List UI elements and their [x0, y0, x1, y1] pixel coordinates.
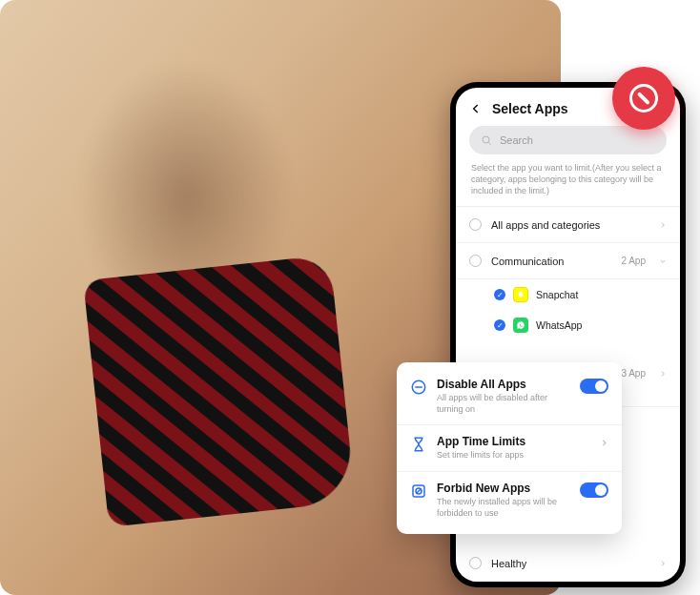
- search-placeholder: Search: [500, 134, 533, 146]
- radio-icon[interactable]: [469, 557, 482, 569]
- card-sub: All apps will be disabled after turning …: [437, 393, 570, 415]
- disable-icon: [410, 379, 427, 396]
- app-row-snapchat[interactable]: ✓ Snapchat: [456, 279, 680, 310]
- whatsapp-icon: [513, 318, 528, 333]
- card-sub: Set time limits for apps: [437, 450, 590, 462]
- chevron-right-icon: [600, 439, 608, 447]
- forbid-icon: [410, 482, 427, 500]
- app-name: WhatsApp: [536, 319, 582, 331]
- chevron-right-icon: [659, 560, 667, 567]
- category-row-healthy[interactable]: Healthy: [456, 545, 680, 582]
- category-label: All apps and categories: [491, 219, 649, 231]
- card-title: Disable All Apps: [437, 378, 570, 391]
- radio-icon[interactable]: [469, 218, 482, 231]
- card-title: Forbid New Apps: [437, 482, 570, 495]
- category-label: Healthy: [491, 558, 649, 569]
- chevron-right-icon: [659, 221, 667, 229]
- forbid-new-apps-row[interactable]: Forbid New Apps The newly installed apps…: [397, 472, 622, 528]
- radio-icon[interactable]: [469, 255, 482, 267]
- disable-all-apps-row[interactable]: Disable All Apps All apps will be disabl…: [397, 368, 622, 425]
- snapchat-icon: [513, 287, 528, 302]
- chevron-right-icon: [659, 370, 667, 378]
- card-sub: The newly installed apps will be forbidd…: [437, 497, 570, 519]
- category-meta: 2 App: [621, 256, 646, 266]
- hourglass-icon: [410, 436, 427, 453]
- app-row-whatsapp[interactable]: ✓ WhatsApp: [456, 310, 680, 340]
- app-time-limits-row[interactable]: App Time Limits Set time limits for apps: [397, 425, 622, 472]
- helper-text: Select the app you want to limit.(After …: [456, 162, 680, 207]
- category-row-communication[interactable]: Communication 2 App: [456, 243, 680, 279]
- category-meta: 3 App: [621, 368, 646, 379]
- chevron-down-icon: [659, 257, 667, 265]
- app-name: Snapchat: [536, 289, 578, 300]
- card-title: App Time Limits: [437, 435, 590, 448]
- category-label: Communication: [491, 256, 611, 267]
- block-badge-icon: [612, 67, 675, 130]
- forbid-toggle[interactable]: [580, 482, 608, 498]
- screen-title: Select Apps: [492, 101, 568, 116]
- search-input[interactable]: Search: [469, 126, 667, 154]
- disable-toggle[interactable]: [580, 379, 608, 394]
- check-icon[interactable]: ✓: [494, 319, 505, 331]
- check-icon[interactable]: ✓: [494, 289, 505, 300]
- search-icon: [481, 134, 492, 146]
- svg-point-0: [483, 136, 489, 143]
- settings-card: Disable All Apps All apps will be disabl…: [397, 362, 622, 534]
- category-row-all[interactable]: All apps and categories: [456, 207, 680, 243]
- back-icon[interactable]: [469, 102, 483, 115]
